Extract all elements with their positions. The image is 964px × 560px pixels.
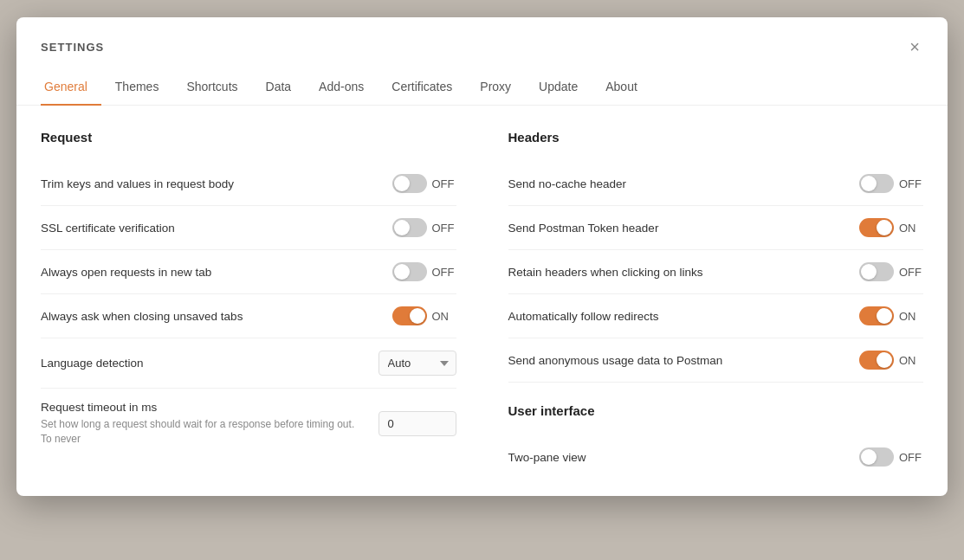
- setting-retain-headers: Retain headers when clicking on links OF…: [508, 250, 924, 294]
- retain-headers-state: OFF: [899, 266, 923, 279]
- close-unsaved-toggle[interactable]: [392, 306, 427, 325]
- headers-section-title: Headers: [508, 130, 924, 145]
- close-unsaved-state: ON: [432, 310, 456, 323]
- open-new-tab-label: Always open requests in new tab: [41, 266, 382, 279]
- setting-anon-usage: Send anonymous usage data to Postman ON: [508, 338, 924, 383]
- modal-body: Request Trim keys and values in request …: [16, 106, 948, 496]
- ssl-state: OFF: [432, 222, 456, 235]
- trim-keys-toggle-wrap: OFF: [392, 174, 456, 193]
- request-timeout-input[interactable]: [378, 411, 456, 436]
- no-cache-label: Send no-cache header: [508, 177, 850, 190]
- follow-redirects-toggle[interactable]: [859, 306, 894, 325]
- follow-redirects-toggle-wrap: ON: [859, 306, 923, 325]
- tab-themes[interactable]: Themes: [101, 69, 173, 106]
- retain-headers-toggle[interactable]: [859, 262, 894, 281]
- setting-postman-token: Send Postman Token header ON: [508, 206, 924, 250]
- setting-follow-redirects: Automatically follow redirects ON: [508, 294, 924, 338]
- lang-detect-select[interactable]: Auto Manual Off: [378, 351, 456, 376]
- open-new-tab-toggle-wrap: OFF: [392, 262, 456, 281]
- ssl-label: SSL certificate verification: [41, 222, 382, 235]
- user-interface-title: User interface: [508, 403, 924, 418]
- modal-header: SETTINGS ×: [16, 17, 948, 59]
- setting-ssl: SSL certificate verification OFF: [41, 206, 456, 250]
- tab-certificates[interactable]: Certificates: [378, 69, 466, 106]
- tab-proxy[interactable]: Proxy: [466, 69, 525, 106]
- postman-token-toggle[interactable]: [859, 218, 894, 237]
- no-cache-state: OFF: [899, 177, 923, 190]
- tab-data[interactable]: Data: [252, 69, 306, 106]
- setting-trim-keys: Trim keys and values in request body OFF: [41, 162, 456, 206]
- tab-general[interactable]: General: [41, 69, 101, 106]
- ssl-toggle[interactable]: [392, 218, 427, 237]
- tab-addons[interactable]: Add-ons: [305, 69, 378, 106]
- settings-modal: SETTINGS × General Themes Shortcuts Data…: [16, 17, 948, 496]
- no-cache-toggle-wrap: OFF: [859, 174, 923, 193]
- setting-lang-detect: Language detection Auto Manual Off: [41, 338, 456, 389]
- open-new-tab-state: OFF: [432, 266, 456, 279]
- request-timeout-label: Request timeout in ms: [41, 401, 368, 414]
- lang-detect-select-wrap: Auto Manual Off: [378, 351, 456, 376]
- follow-redirects-state: ON: [899, 310, 923, 323]
- two-pane-state: OFF: [899, 451, 923, 464]
- two-pane-toggle-wrap: OFF: [859, 447, 923, 467]
- trim-keys-state: OFF: [432, 177, 456, 190]
- tab-update[interactable]: Update: [525, 69, 592, 106]
- follow-redirects-label: Automatically follow redirects: [508, 310, 850, 323]
- retain-headers-toggle-wrap: OFF: [859, 262, 923, 281]
- tabs-navigation: General Themes Shortcuts Data Add-ons Ce…: [16, 69, 948, 106]
- open-new-tab-toggle[interactable]: [392, 262, 427, 281]
- setting-request-timeout: Request timeout in ms Set how long a req…: [41, 389, 456, 459]
- modal-title: SETTINGS: [41, 41, 104, 54]
- anon-usage-label: Send anonymous usage data to Postman: [508, 354, 850, 367]
- postman-token-state: ON: [899, 222, 923, 235]
- right-column: Headers Send no-cache header OFF Send Po…: [508, 130, 924, 479]
- request-timeout-label-wrap: Request timeout in ms Set how long a req…: [41, 401, 368, 447]
- close-button[interactable]: ×: [906, 35, 923, 59]
- request-timeout-sub: Set how long a request should wait for a…: [41, 417, 368, 447]
- postman-token-toggle-wrap: ON: [859, 218, 923, 237]
- two-pane-toggle[interactable]: [859, 447, 894, 467]
- retain-headers-label: Retain headers when clicking on links: [508, 266, 850, 279]
- request-section-title: Request: [41, 130, 456, 145]
- anon-usage-toggle[interactable]: [859, 351, 894, 370]
- left-column: Request Trim keys and values in request …: [41, 130, 456, 479]
- anon-usage-toggle-wrap: ON: [859, 351, 923, 370]
- lang-detect-label: Language detection: [41, 357, 368, 370]
- setting-close-unsaved: Always ask when closing unsaved tabs ON: [41, 294, 456, 338]
- no-cache-toggle[interactable]: [859, 174, 894, 193]
- two-pane-label: Two-pane view: [508, 451, 850, 464]
- setting-two-pane: Two-pane view OFF: [508, 435, 924, 479]
- trim-keys-toggle[interactable]: [392, 174, 427, 193]
- trim-keys-label: Trim keys and values in request body: [41, 177, 382, 190]
- close-unsaved-label: Always ask when closing unsaved tabs: [41, 310, 382, 323]
- close-unsaved-toggle-wrap: ON: [392, 306, 456, 325]
- setting-open-new-tab: Always open requests in new tab OFF: [41, 250, 456, 294]
- setting-no-cache: Send no-cache header OFF: [508, 162, 924, 206]
- user-interface-section: User interface Two-pane view OFF: [508, 403, 924, 479]
- tab-about[interactable]: About: [592, 69, 651, 106]
- ssl-toggle-wrap: OFF: [392, 218, 456, 237]
- tab-shortcuts[interactable]: Shortcuts: [172, 69, 251, 106]
- postman-token-label: Send Postman Token header: [508, 222, 850, 235]
- anon-usage-state: ON: [899, 354, 923, 367]
